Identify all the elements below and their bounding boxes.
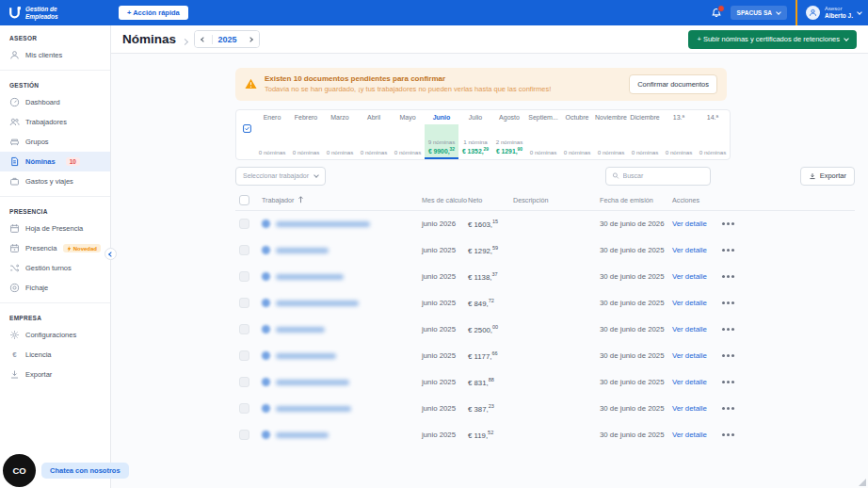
- sidebar-item-licencia[interactable]: € Licencia: [0, 345, 110, 365]
- sidebar-item-label: Exportar: [25, 370, 52, 379]
- neto-cell: € 2500,00: [468, 324, 513, 334]
- employee-avatar: [262, 378, 270, 386]
- month-label: Mayo: [391, 110, 425, 124]
- sidebar-item-gastos-y-viajes[interactable]: Gastos y viajes: [0, 171, 110, 191]
- collapse-sidebar-button[interactable]: [104, 248, 117, 260]
- row-checkbox[interactable]: [239, 403, 249, 414]
- select-all-checkbox[interactable]: [239, 195, 249, 205]
- month-tab[interactable]: Noviembre 0 nóminas: [594, 110, 628, 159]
- confirm-documents-button[interactable]: Confirmar documentos: [629, 74, 717, 94]
- month-count: 2 nóminas: [492, 138, 526, 145]
- ver-detalle-link[interactable]: Ver detalle: [672, 272, 719, 281]
- notifications-bell-icon[interactable]: [711, 8, 722, 19]
- row-checkbox[interactable]: [239, 271, 249, 282]
- employee-name-redacted[interactable]: [276, 301, 359, 306]
- column-header-fecha: Fecha de emisión: [600, 196, 672, 204]
- euro-icon: €: [9, 350, 20, 359]
- employee-cell: [262, 220, 422, 228]
- sidebar-item-configuraciones[interactable]: Configuraciones: [0, 325, 110, 345]
- row-menu-icon[interactable]: [727, 407, 730, 410]
- row-menu-icon[interactable]: [727, 249, 730, 252]
- sidebar-item-exportar[interactable]: Exportar: [0, 365, 110, 384]
- row-menu-icon[interactable]: [727, 275, 730, 278]
- month-tab[interactable]: Enero 0 nóminas: [255, 110, 289, 159]
- month-tab[interactable]: Diciembre 0 nóminas: [628, 110, 662, 159]
- ver-detalle-link[interactable]: Ver detalle: [672, 325, 719, 333]
- month-tab[interactable]: 14.ª 0 nóminas: [696, 110, 730, 159]
- row-menu-icon[interactable]: [727, 328, 730, 331]
- row-menu-icon[interactable]: [727, 381, 730, 383]
- month-tab[interactable]: Marzo 0 nóminas: [323, 110, 357, 159]
- fecha-emision-cell: 30 de junio de 2025: [600, 272, 672, 281]
- next-year-button[interactable]: [242, 31, 259, 47]
- select-months-icon[interactable]: [236, 110, 255, 159]
- month-tab[interactable]: Agosto 2 nóminas € 1291,90: [492, 110, 526, 159]
- sidebar-item-nominas[interactable]: Nóminas 10: [0, 152, 110, 171]
- row-checkbox[interactable]: [239, 219, 249, 229]
- search-input[interactable]: [623, 172, 704, 179]
- company-selector[interactable]: SPACUS SA: [731, 6, 787, 20]
- gear-icon: [9, 330, 20, 340]
- row-checkbox[interactable]: [239, 430, 249, 440]
- export-button[interactable]: Exportar: [800, 167, 855, 186]
- navbar-divider: [796, 0, 797, 25]
- employee-name-redacted[interactable]: [276, 274, 344, 280]
- employee-name-redacted[interactable]: [276, 221, 370, 227]
- month-tab[interactable]: Mayo 0 nóminas: [391, 110, 425, 159]
- employee-name-redacted[interactable]: [276, 380, 349, 385]
- employee-name-redacted[interactable]: [276, 248, 329, 253]
- sidebar-item-fichaje[interactable]: Fichaje: [0, 278, 110, 298]
- row-menu-icon[interactable]: [727, 354, 730, 357]
- sidebar-item-dashboard[interactable]: Dashboard: [0, 92, 110, 112]
- user-menu[interactable]: Asesor Alberto J.: [806, 6, 861, 21]
- row-menu-icon[interactable]: [727, 301, 730, 304]
- table-row: junio 2025 € 387,23 30 de junio de 2025 …: [235, 396, 855, 422]
- sidebar-item-hoja-de-presencia[interactable]: Hoja de Presencia: [0, 219, 110, 238]
- month-tab[interactable]: Julio 1 nómina € 1352,29: [458, 110, 492, 159]
- month-label: Octubre: [560, 110, 594, 124]
- employee-cell: [262, 351, 422, 360]
- ver-detalle-link[interactable]: Ver detalle: [672, 431, 719, 439]
- sidebar-item-trabajadores[interactable]: Trabajadores: [0, 112, 110, 132]
- ver-detalle-link[interactable]: Ver detalle: [672, 246, 719, 254]
- row-menu-icon[interactable]: [727, 433, 730, 436]
- quick-action-button[interactable]: + Acción rápida: [119, 6, 188, 20]
- sidebar-item-gestion-turnos[interactable]: Gestión turnos: [0, 258, 110, 278]
- employee-name-redacted[interactable]: [276, 432, 329, 438]
- row-checkbox[interactable]: [239, 298, 249, 308]
- employee-name-redacted[interactable]: [276, 327, 325, 333]
- ver-detalle-link[interactable]: Ver detalle: [672, 351, 719, 360]
- resize-handle[interactable]: [859, 479, 866, 486]
- month-tab[interactable]: Octubre 0 nóminas: [560, 110, 594, 159]
- fecha-emision-cell: 30 de junio de 2025: [600, 378, 672, 386]
- column-header-trabajador[interactable]: Trabajador: [262, 196, 422, 204]
- upload-payrolls-button[interactable]: + Subir nóminas y certificados de retenc…: [688, 30, 857, 49]
- select-employee-dropdown[interactable]: Seleccionar trabajador: [235, 167, 326, 186]
- ver-detalle-link[interactable]: Ver detalle: [672, 220, 719, 228]
- employee-name-redacted[interactable]: [276, 406, 351, 412]
- month-tab[interactable]: Septiem... 0 nóminas: [526, 110, 560, 159]
- sidebar-item-mis-clientes[interactable]: Mis clientes: [0, 45, 110, 65]
- month-tab[interactable]: 13.ª 0 nóminas: [662, 110, 696, 159]
- prev-year-button[interactable]: [195, 31, 212, 47]
- month-tab[interactable]: Febrero 0 nóminas: [289, 110, 323, 159]
- chat-button[interactable]: Chatea con nosotros: [41, 463, 129, 479]
- row-checkbox[interactable]: [239, 324, 249, 334]
- row-checkbox[interactable]: [239, 350, 249, 361]
- sidebar-item-presencia[interactable]: Presencia Novedad: [0, 238, 110, 258]
- ver-detalle-link[interactable]: Ver detalle: [672, 299, 719, 307]
- month-tab[interactable]: Junio 9 nóminas € 9900,32: [425, 110, 458, 159]
- user-role: Asesor: [825, 6, 853, 13]
- ver-detalle-link[interactable]: Ver detalle: [672, 378, 719, 386]
- row-checkbox[interactable]: [239, 245, 249, 255]
- sidebar-item-grupos[interactable]: Grupos: [0, 132, 110, 152]
- ver-detalle-link[interactable]: Ver detalle: [672, 404, 719, 413]
- chat-widget-avatar[interactable]: CO: [3, 454, 36, 487]
- employee-cell: [262, 272, 422, 281]
- row-checkbox[interactable]: [239, 377, 249, 387]
- month-tab[interactable]: Abril 0 nóminas: [357, 110, 391, 159]
- neto-cell: € 1603,15: [468, 219, 513, 229]
- row-menu-icon[interactable]: [727, 222, 730, 225]
- employee-name-redacted[interactable]: [276, 353, 336, 359]
- payrolls-table: Trabajador Mes de cálculo Neto Descripci…: [235, 190, 855, 448]
